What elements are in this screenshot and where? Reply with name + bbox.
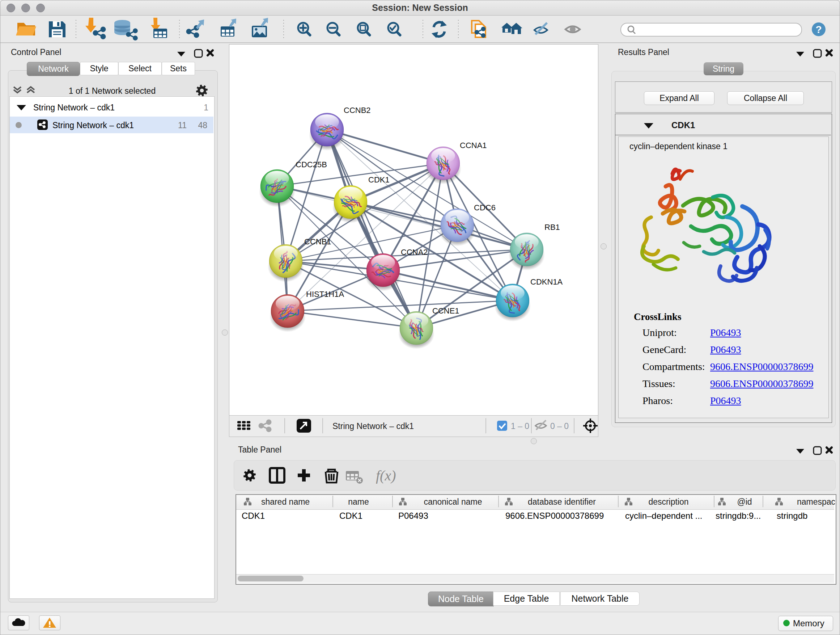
svg-text:HIST1H1A: HIST1H1A (306, 290, 344, 299)
svg-text:@id: @id (737, 497, 752, 507)
svg-text:shared name: shared name (261, 497, 309, 507)
svg-text:String Network – cdk1: String Network – cdk1 (332, 421, 414, 431)
svg-text:canonical name: canonical name (424, 497, 482, 507)
svg-text:0 – 0: 0 – 0 (550, 421, 569, 431)
svg-text:f(x): f(x) (376, 467, 396, 484)
svg-text:database identifier: database identifier (528, 497, 596, 507)
svg-text:RB1: RB1 (545, 223, 560, 232)
svg-text:CCNA1: CCNA1 (460, 141, 487, 150)
svg-text:description: description (648, 497, 688, 507)
svg-text:CCNE1: CCNE1 (432, 306, 459, 315)
svg-text:?: ? (815, 24, 821, 35)
svg-text:CDC6: CDC6 (474, 203, 496, 212)
svg-text:CDK1: CDK1 (368, 175, 390, 184)
svg-text:CCNB1: CCNB1 (304, 237, 332, 246)
svg-text:CDC25B: CDC25B (295, 160, 327, 169)
svg-text:CDKN1A: CDKN1A (531, 277, 563, 287)
svg-text:namespac: namespac (797, 497, 835, 507)
svg-text:CCNA2: CCNA2 (401, 248, 428, 257)
svg-text:CCNB2: CCNB2 (344, 106, 371, 115)
svg-text:1 – 0: 1 – 0 (511, 421, 529, 431)
svg-text:name: name (348, 497, 369, 507)
